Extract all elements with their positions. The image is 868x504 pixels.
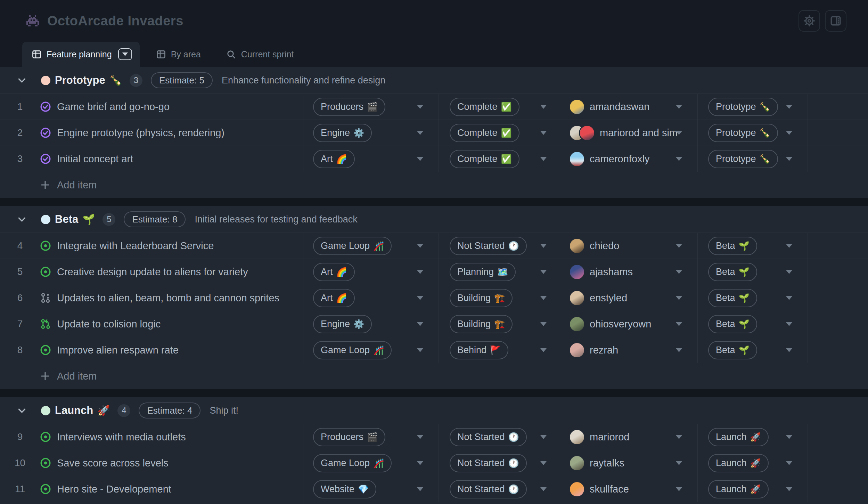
- task-cell[interactable]: 9 Interviews with media outlets: [0, 424, 303, 450]
- status-pill[interactable]: Not Started🕐: [450, 480, 527, 498]
- task-title[interactable]: Updates to alien, beam, bomb and cannon …: [57, 292, 279, 304]
- status-cell[interactable]: Complete✅: [439, 146, 562, 172]
- status-pill[interactable]: Building🏗️: [450, 315, 513, 333]
- dropdown-caret-icon[interactable]: [540, 157, 547, 161]
- settings-button[interactable]: [799, 10, 820, 32]
- task-title[interactable]: Interviews with media outlets: [57, 431, 186, 443]
- dropdown-caret-icon[interactable]: [676, 157, 682, 161]
- task-cell[interactable]: 5 Creative design update to aliens for v…: [0, 259, 303, 285]
- assignee-cell[interactable]: rezrah: [562, 337, 698, 363]
- dropdown-caret-icon[interactable]: [676, 348, 682, 352]
- task-title[interactable]: Improve alien respawn rate: [57, 344, 179, 356]
- dropdown-caret-icon[interactable]: [786, 435, 792, 439]
- dropdown-caret-icon[interactable]: [786, 296, 792, 300]
- task-title[interactable]: Game brief and go-no-go: [57, 101, 170, 113]
- dropdown-caret-icon[interactable]: [786, 270, 792, 274]
- dropdown-caret-icon[interactable]: [540, 296, 547, 300]
- phase-cell[interactable]: Beta🌱: [698, 285, 808, 311]
- dropdown-caret-icon[interactable]: [540, 322, 547, 326]
- side-panel-button[interactable]: [825, 10, 846, 32]
- task-cell[interactable]: 10 Save score across levels: [0, 450, 303, 476]
- status-pill[interactable]: Not Started🕐: [450, 454, 527, 472]
- area-cell[interactable]: Engine⚙️: [303, 120, 439, 146]
- dropdown-caret-icon[interactable]: [676, 487, 682, 491]
- add-item-button[interactable]: Add item: [0, 363, 868, 389]
- task-cell[interactable]: 3 Initial concept art: [0, 146, 303, 172]
- assignee-cell[interactable]: cameronfoxly: [562, 146, 698, 172]
- task-cell[interactable]: 4 Integrate with Leaderboard Service: [0, 233, 303, 259]
- tab-feature-planning[interactable]: Feature planning: [22, 42, 140, 67]
- dropdown-caret-icon[interactable]: [676, 105, 682, 109]
- assignee-cell[interactable]: ajashams: [562, 259, 698, 285]
- status-pill[interactable]: Complete✅: [450, 124, 519, 142]
- phase-pill[interactable]: Prototype🍾: [708, 150, 778, 168]
- status-cell[interactable]: Building🏗️: [439, 311, 562, 337]
- status-pill[interactable]: Complete✅: [450, 98, 519, 116]
- area-pill[interactable]: Art🌈: [313, 150, 355, 168]
- task-title[interactable]: Save score across levels: [57, 457, 169, 469]
- task-cell[interactable]: 8 Improve alien respawn rate: [0, 337, 303, 363]
- status-pill[interactable]: Complete✅: [450, 150, 519, 168]
- phase-cell[interactable]: Beta🌱: [698, 259, 808, 285]
- dropdown-caret-icon[interactable]: [540, 270, 547, 274]
- status-cell[interactable]: Behind🚩: [439, 337, 562, 363]
- task-title[interactable]: Initial concept art: [57, 153, 133, 165]
- status-cell[interactable]: Not Started🕐: [439, 476, 562, 502]
- phase-pill[interactable]: Beta🌱: [708, 289, 757, 307]
- phase-pill[interactable]: Launch🚀: [708, 454, 769, 472]
- assignee-cell[interactable]: mariorod and sim: [562, 120, 698, 146]
- status-pill[interactable]: Planning🗺️: [450, 263, 516, 281]
- area-cell[interactable]: Game Loop🎢: [303, 450, 439, 476]
- phase-pill[interactable]: Beta🌱: [708, 341, 757, 359]
- status-cell[interactable]: Not Started🕐: [439, 424, 562, 450]
- dropdown-caret-icon[interactable]: [676, 270, 682, 274]
- status-pill[interactable]: Not Started🕐: [450, 237, 527, 255]
- tab-by-area[interactable]: By area: [147, 42, 210, 67]
- phase-cell[interactable]: Launch🚀: [698, 424, 808, 450]
- dropdown-caret-icon[interactable]: [540, 487, 547, 491]
- area-cell[interactable]: Producers🎬: [303, 424, 439, 450]
- collapse-chevron-icon[interactable]: [17, 214, 27, 225]
- assignee-cell[interactable]: ohiosveryown: [562, 311, 698, 337]
- phase-pill[interactable]: Prototype🍾: [708, 98, 778, 116]
- task-cell[interactable]: 1 Game brief and go-no-go: [0, 94, 303, 120]
- area-pill[interactable]: Art🌈: [313, 289, 355, 307]
- area-cell[interactable]: Art🌈: [303, 259, 439, 285]
- task-cell[interactable]: 2 Engine prototype (physics, rendering): [0, 120, 303, 146]
- area-cell[interactable]: Engine⚙️: [303, 311, 439, 337]
- dropdown-caret-icon[interactable]: [417, 105, 423, 109]
- dropdown-caret-icon[interactable]: [417, 348, 423, 352]
- dropdown-caret-icon[interactable]: [417, 322, 423, 326]
- dropdown-caret-icon[interactable]: [417, 157, 423, 161]
- dropdown-caret-icon[interactable]: [540, 461, 547, 465]
- assignee-cell[interactable]: mariorod: [562, 424, 698, 450]
- area-cell[interactable]: Art🌈: [303, 146, 439, 172]
- area-cell[interactable]: Website💎: [303, 476, 439, 502]
- status-cell[interactable]: Building🏗️: [439, 285, 562, 311]
- dropdown-caret-icon[interactable]: [540, 244, 547, 248]
- phase-cell[interactable]: Prototype🍾: [698, 120, 808, 146]
- area-pill[interactable]: Engine⚙️: [313, 315, 372, 333]
- phase-pill[interactable]: Beta🌱: [708, 237, 757, 255]
- dropdown-caret-icon[interactable]: [786, 105, 792, 109]
- assignee-cell[interactable]: raytalks: [562, 450, 698, 476]
- dropdown-caret-icon[interactable]: [786, 487, 792, 491]
- phase-cell[interactable]: Launch🚀: [698, 476, 808, 502]
- status-pill[interactable]: Behind🚩: [450, 341, 508, 359]
- status-pill[interactable]: Building🏗️: [450, 289, 513, 307]
- area-pill[interactable]: Website💎: [313, 480, 376, 498]
- dropdown-caret-icon[interactable]: [786, 131, 792, 135]
- dropdown-caret-icon[interactable]: [786, 348, 792, 352]
- phase-pill[interactable]: Prototype🍾: [708, 124, 778, 142]
- dropdown-caret-icon[interactable]: [417, 244, 423, 248]
- area-pill[interactable]: Producers🎬: [313, 428, 385, 446]
- area-pill[interactable]: Art🌈: [313, 263, 355, 281]
- area-cell[interactable]: Game Loop🎢: [303, 233, 439, 259]
- status-pill[interactable]: Not Started🕐: [450, 428, 527, 446]
- dropdown-caret-icon[interactable]: [786, 322, 792, 326]
- status-cell[interactable]: Complete✅: [439, 94, 562, 120]
- phase-pill[interactable]: Launch🚀: [708, 480, 769, 498]
- area-pill[interactable]: Game Loop🎢: [313, 454, 392, 472]
- task-cell[interactable]: 11 Hero site - Developement: [0, 476, 303, 502]
- area-pill[interactable]: Engine⚙️: [313, 124, 372, 142]
